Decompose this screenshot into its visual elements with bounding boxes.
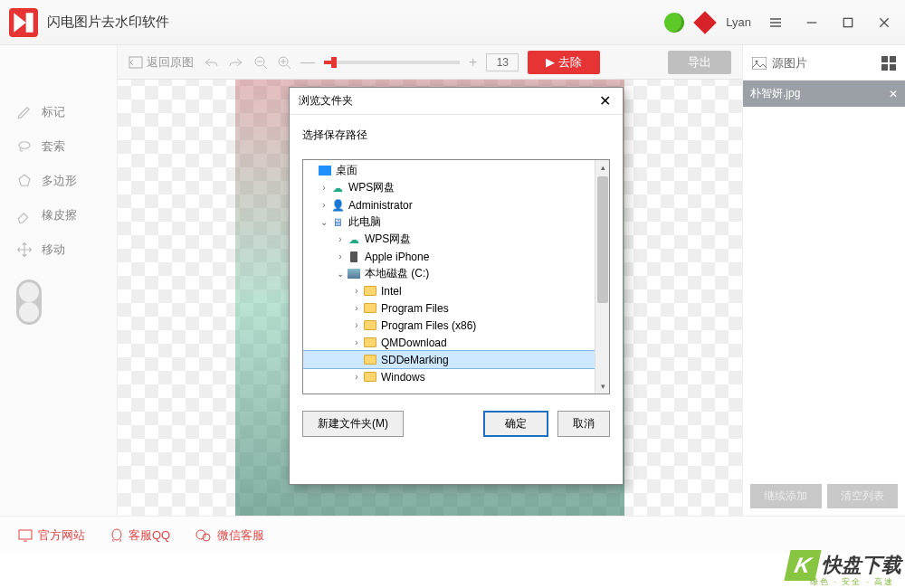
app-logo-icon bbox=[9, 8, 38, 37]
tree-item-cdrive[interactable]: ⌄本地磁盘 (C:) bbox=[303, 265, 609, 282]
username-label[interactable]: Lyan bbox=[726, 15, 751, 29]
brush-size-value[interactable]: 13 bbox=[486, 53, 519, 71]
tree-item-desktop[interactable]: 桌面 bbox=[303, 162, 609, 179]
maximize-button[interactable] bbox=[836, 11, 860, 34]
dialog-label: 选择保存路径 bbox=[290, 115, 623, 152]
titlebar: 闪电图片去水印软件 Lyan bbox=[0, 0, 905, 45]
dialog-close-button[interactable]: ✕ bbox=[595, 92, 614, 109]
tree-item-pf[interactable]: ›Program Files bbox=[303, 299, 609, 317]
remove-button[interactable]: ▶ 去除 bbox=[528, 51, 600, 74]
file-item[interactable]: 朴智妍.jpg ✕ bbox=[743, 81, 905, 107]
svg-point-10 bbox=[203, 534, 210, 541]
export-button[interactable]: 导出 bbox=[668, 51, 731, 74]
tool-polygon[interactable]: 多边形 bbox=[0, 164, 117, 198]
tree-item-windows[interactable]: ›Windows bbox=[303, 368, 609, 385]
left-sidebar: 标记 套索 多边形 橡皮擦 移动 bbox=[0, 45, 118, 516]
zoom-out-button[interactable] bbox=[253, 55, 268, 70]
undo-button[interactable] bbox=[203, 56, 219, 69]
add-more-button[interactable]: 继续添加 bbox=[750, 484, 822, 508]
redo-button[interactable] bbox=[228, 56, 244, 69]
tool-move[interactable]: 移动 bbox=[0, 232, 117, 267]
tool-move-label: 移动 bbox=[42, 242, 65, 258]
wechat-support-link[interactable]: 微信客服 bbox=[195, 527, 264, 544]
svg-rect-2 bbox=[752, 57, 767, 70]
official-site-link[interactable]: 官方网站 bbox=[18, 527, 85, 544]
svg-point-3 bbox=[756, 60, 758, 62]
tree-item-sddemarking[interactable]: SDDeMarking bbox=[303, 351, 609, 368]
tool-eraser-label: 橡皮擦 bbox=[42, 207, 77, 223]
tool-eraser[interactable]: 橡皮擦 bbox=[0, 198, 117, 232]
clear-list-button[interactable]: 清空列表 bbox=[827, 484, 899, 508]
tree-item-wps2[interactable]: ›☁WPS网盘 bbox=[303, 231, 609, 248]
tool-mark-label: 标记 bbox=[42, 104, 65, 120]
svg-rect-0 bbox=[843, 18, 852, 26]
svg-point-8 bbox=[112, 529, 121, 540]
tree-scrollbar[interactable]: ▴ ▾ bbox=[595, 160, 609, 394]
cancel-button[interactable]: 取消 bbox=[557, 411, 610, 437]
close-button[interactable] bbox=[872, 11, 896, 34]
image-icon bbox=[752, 57, 767, 70]
wechat-icon[interactable] bbox=[664, 13, 684, 33]
source-images-label: 源图片 bbox=[772, 55, 807, 71]
vip-icon[interactable] bbox=[694, 11, 717, 33]
file-remove-icon[interactable]: ✕ bbox=[889, 88, 898, 100]
app-title: 闪电图片去水印软件 bbox=[47, 14, 664, 31]
tree-item-iphone[interactable]: ›Apple iPhone bbox=[303, 248, 609, 265]
tree-item-thispc[interactable]: ⌄🖥此电脑 bbox=[303, 213, 609, 231]
tree-item-wps[interactable]: ›☁WPS网盘 bbox=[303, 179, 609, 196]
tool-lasso-label: 套索 bbox=[42, 138, 65, 155]
tree-item-qm[interactable]: ›QMDownload bbox=[303, 334, 609, 351]
tool-mark[interactable]: 标记 bbox=[0, 95, 117, 129]
qq-support-link[interactable]: 客服QQ bbox=[110, 527, 170, 544]
dialog-titlebar[interactable]: 浏览文件夹 ✕ bbox=[290, 88, 623, 115]
new-folder-button[interactable]: 新建文件夹(M) bbox=[302, 411, 404, 437]
svg-point-1 bbox=[19, 142, 30, 149]
zoom-in-button[interactable] bbox=[277, 55, 291, 70]
toolbar: 返回原图 — + 13 ▶ 去除 导出 bbox=[118, 45, 742, 80]
folder-tree[interactable]: 桌面 ›☁WPS网盘 ›👤Administrator ⌄🖥此电脑 ›☁WPS网盘… bbox=[302, 159, 610, 394]
tree-item-intel[interactable]: ›Intel bbox=[303, 282, 609, 299]
tool-polygon-label: 多边形 bbox=[42, 173, 77, 189]
mode-toggle[interactable] bbox=[16, 280, 42, 325]
svg-rect-7 bbox=[19, 530, 32, 539]
watermark-subtitle: 绿色 · 安全 · 高速 bbox=[810, 576, 894, 588]
grid-view-icon[interactable] bbox=[881, 56, 896, 71]
footer: 官方网站 客服QQ 微信客服 bbox=[0, 516, 905, 554]
tree-item-admin[interactable]: ›👤Administrator bbox=[303, 196, 609, 213]
browse-folder-dialog: 浏览文件夹 ✕ 选择保存路径 桌面 ›☁WPS网盘 ›👤Administrato… bbox=[289, 87, 624, 485]
right-panel: 源图片 朴智妍.jpg ✕ 继续添加 清空列表 bbox=[742, 45, 905, 516]
svg-rect-4 bbox=[129, 57, 142, 68]
file-name: 朴智妍.jpg bbox=[750, 86, 800, 101]
minimize-button[interactable] bbox=[800, 11, 824, 34]
dialog-title: 浏览文件夹 bbox=[299, 93, 353, 109]
tool-lasso[interactable]: 套索 bbox=[0, 129, 117, 164]
ok-button[interactable]: 确定 bbox=[483, 411, 548, 437]
brush-size-slider[interactable] bbox=[324, 61, 460, 64]
reset-button[interactable]: 返回原图 bbox=[129, 54, 194, 71]
menu-button[interactable] bbox=[764, 11, 787, 34]
tree-item-pf86[interactable]: ›Program Files (x86) bbox=[303, 317, 609, 334]
